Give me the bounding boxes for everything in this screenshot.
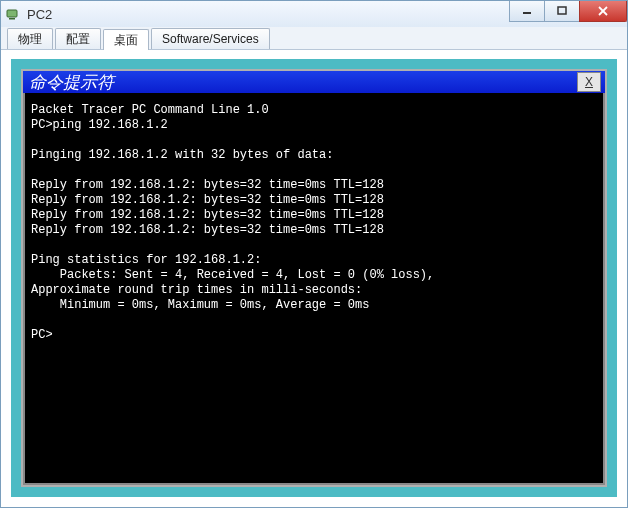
app-window: PC2 物理 配置 桌面 Software/Services 命令提示符 X [0,0,628,508]
window-controls [510,1,627,22]
tab-desktop[interactable]: 桌面 [103,29,149,50]
window-title: PC2 [27,7,52,22]
command-prompt-close-button[interactable]: X [577,72,601,92]
tab-config[interactable]: 配置 [55,28,101,49]
maximize-button[interactable] [544,1,580,22]
svg-rect-0 [7,10,17,17]
close-button[interactable] [579,1,627,22]
tab-physical[interactable]: 物理 [7,28,53,49]
app-icon [5,6,21,22]
tabstrip: 物理 配置 桌面 Software/Services [1,27,627,50]
titlebar: PC2 [1,1,627,27]
svg-rect-1 [9,18,15,20]
desktop-pane: 命令提示符 X Packet Tracer PC Command Line 1.… [11,59,617,497]
tab-software-services[interactable]: Software/Services [151,28,270,49]
svg-rect-3 [558,7,566,14]
terminal-output[interactable]: Packet Tracer PC Command Line 1.0 PC>pin… [23,93,605,485]
command-prompt-titlebar: 命令提示符 X [23,71,605,93]
command-prompt-title: 命令提示符 [27,71,114,94]
command-prompt-window: 命令提示符 X Packet Tracer PC Command Line 1.… [21,69,607,487]
content-area: 命令提示符 X Packet Tracer PC Command Line 1.… [5,53,623,503]
minimize-button[interactable] [509,1,545,22]
